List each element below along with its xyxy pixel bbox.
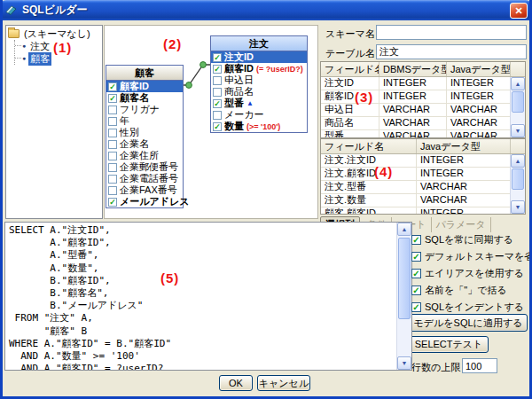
table-cell: VARCHAR: [447, 117, 511, 129]
checkbox-checked-icon[interactable]: ✓: [411, 235, 421, 245]
order-table-box[interactable]: 注文 ✓注文ID✓顧客ID(= ?userID?)申込日商品名✓型番▲メーカー✓…: [210, 35, 308, 133]
scroll-down-icon[interactable]: ▼: [397, 356, 411, 370]
table-row[interactable]: 顧客.顧客IDINTEGER: [321, 207, 511, 214]
table-cell: 型番: [321, 130, 379, 137]
ok-button[interactable]: OK: [219, 375, 253, 391]
option-checkbox[interactable]: ✓デフォルトスキーマを省略する: [411, 250, 532, 263]
sql-scrollbar[interactable]: ▲ ▼: [396, 223, 411, 370]
option-checkbox[interactable]: ✓SQLを常に同期する: [411, 233, 513, 246]
scroll-down-icon[interactable]: ▼: [511, 200, 525, 214]
field-checkbox[interactable]: ✓: [108, 198, 117, 207]
option-checkbox[interactable]: ✓エイリアスを使用する: [411, 267, 524, 280]
table-row[interactable]: 注文.型番VARCHAR: [321, 181, 511, 194]
scroll-down-icon[interactable]: ▼: [511, 124, 525, 137]
column-header[interactable]: DBMSデータ型: [379, 62, 447, 76]
field-checkbox[interactable]: ✓: [213, 99, 222, 108]
field-checkbox[interactable]: [108, 152, 117, 160]
apply-model-to-sql-button[interactable]: モデルをSQLに適用する: [409, 314, 528, 332]
checkbox-checked-icon[interactable]: ✓: [411, 302, 421, 312]
field-checkbox[interactable]: [108, 129, 117, 137]
close-button[interactable]: ✕: [510, 3, 528, 19]
field-row[interactable]: ✓メールアドレス: [106, 196, 183, 207]
row-limit-input[interactable]: [462, 358, 497, 373]
scroll-thumb[interactable]: [398, 238, 411, 319]
schema-name-input[interactable]: [376, 25, 527, 40]
field-checkbox[interactable]: [108, 186, 117, 195]
column-header[interactable]: Javaデータ型: [447, 62, 511, 76]
checkbox-checked-icon[interactable]: ✓: [411, 286, 421, 295]
field-checkbox[interactable]: ✓: [213, 122, 222, 131]
sql-editor[interactable]: SELECT A."注文ID", A."顧客ID", A."型番", A."数量…: [4, 222, 412, 371]
table-row[interactable]: 顧客IDINTEGERINTEGER: [321, 90, 511, 104]
option-checkbox[interactable]: ✓名前を「"」で括る: [411, 284, 507, 297]
sql-text[interactable]: SELECT A."注文ID", A."顧客ID", A."型番", A."数量…: [9, 224, 395, 371]
tree-bullet-icon: ●: [22, 52, 26, 65]
option-label: 名前を「"」で括る: [425, 284, 507, 297]
app-icon: [4, 4, 18, 17]
table-name-input[interactable]: [376, 44, 527, 59]
scroll-up-icon[interactable]: ▲: [511, 154, 525, 168]
table-cell: 申込日: [321, 104, 379, 116]
field-row[interactable]: フリガナ: [106, 104, 183, 115]
window-title: SQLビルダー: [22, 3, 88, 18]
scroll-thumb[interactable]: [512, 91, 524, 113]
table-row[interactable]: 注文.数量VARCHAR: [321, 194, 511, 207]
select-test-button[interactable]: SELECTテスト: [409, 336, 489, 353]
tab-parameters[interactable]: パラメータ: [432, 217, 491, 232]
field-checkbox[interactable]: [108, 175, 117, 184]
scroll-up-icon[interactable]: ▲: [397, 223, 411, 236]
column-header[interactable]: フィールド名: [321, 139, 417, 153]
field-checkbox[interactable]: ✓: [108, 94, 117, 103]
field-checkbox[interactable]: [213, 111, 222, 120]
field-checkbox[interactable]: [213, 76, 222, 85]
dialog-body: (スキーマなし) ●注文●顧客 顧客 ✓顧客ID✓顧客名フリガナ年性別企業名企業…: [3, 20, 529, 396]
column-header[interactable]: フィールド名: [321, 62, 379, 76]
customer-table-box[interactable]: 顧客 ✓顧客ID✓顧客名フリガナ年性別企業名企業住所企業郵便番号企業電話番号企業…: [106, 65, 184, 208]
join-node-icon: [200, 62, 207, 68]
tree-root[interactable]: (スキーマなし): [8, 27, 100, 40]
table-cell: INTEGER: [447, 90, 511, 103]
option-checkbox[interactable]: ✓SQLをインデントする: [411, 301, 524, 314]
table-cell: 注文.型番: [321, 181, 417, 193]
selected-columns-grid-scrollbar[interactable]: ▲ ▼: [510, 154, 525, 214]
table-row[interactable]: 注文.顧客IDINTEGER: [321, 168, 511, 181]
scroll-thumb[interactable]: [512, 168, 524, 190]
table-cell: INTEGER: [417, 168, 511, 180]
option-label: エイリアスを使用する: [425, 267, 524, 280]
design-canvas[interactable]: 顧客 ✓顧客ID✓顧客名フリガナ年性別企業名企業住所企業郵便番号企業電話番号企業…: [104, 25, 318, 219]
tree-item-label: 顧客: [28, 52, 51, 66]
field-checkbox[interactable]: ✓: [213, 53, 222, 62]
field-checkbox[interactable]: [108, 140, 117, 149]
row-limit-label: 行数の上限: [411, 361, 460, 374]
field-checkbox[interactable]: [108, 117, 117, 126]
field-condition-note: (= ?userID?): [256, 65, 303, 74]
scroll-up-icon[interactable]: ▲: [511, 77, 525, 90]
checkbox-checked-icon[interactable]: ✓: [411, 269, 421, 278]
annotation-3: (3): [355, 90, 373, 105]
field-checkbox[interactable]: [213, 88, 222, 97]
field-row[interactable]: 年: [106, 115, 183, 127]
table-row[interactable]: 注文IDINTEGERINTEGER: [321, 77, 511, 90]
tree-item-label: 注文: [28, 40, 51, 53]
table-row[interactable]: 商品名VARCHARVARCHAR: [321, 117, 511, 130]
table-cell: VARCHAR: [379, 130, 447, 137]
fields-grid-scrollbar[interactable]: ▲ ▼: [510, 77, 525, 137]
title-bar[interactable]: SQLビルダー ✕: [0, 0, 532, 20]
table-row[interactable]: 型番VARCHARVARCHAR: [321, 130, 511, 137]
table-row[interactable]: 注文.注文IDINTEGER: [321, 154, 511, 168]
field-checkbox[interactable]: ✓: [213, 65, 222, 74]
tree-bullet-icon: ●: [22, 40, 26, 52]
table-cell: VARCHAR: [379, 104, 447, 116]
cancel-button[interactable]: キャンセル: [257, 375, 310, 391]
column-header[interactable]: Javaデータ型: [417, 139, 511, 153]
table-row[interactable]: 申込日VARCHARVARCHAR: [321, 104, 511, 117]
field-checkbox[interactable]: ✓: [108, 82, 117, 91]
field-row[interactable]: ✓数量(>= '100'): [211, 121, 307, 132]
checkbox-checked-icon[interactable]: ✓: [411, 252, 421, 262]
annotation-5: (5): [160, 270, 179, 286]
table-cell: INTEGER: [417, 207, 511, 214]
table-cell: VARCHAR: [447, 130, 511, 137]
tree-root-label: (スキーマなし): [22, 27, 92, 41]
field-checkbox[interactable]: [108, 163, 117, 172]
field-checkbox[interactable]: [108, 106, 117, 114]
